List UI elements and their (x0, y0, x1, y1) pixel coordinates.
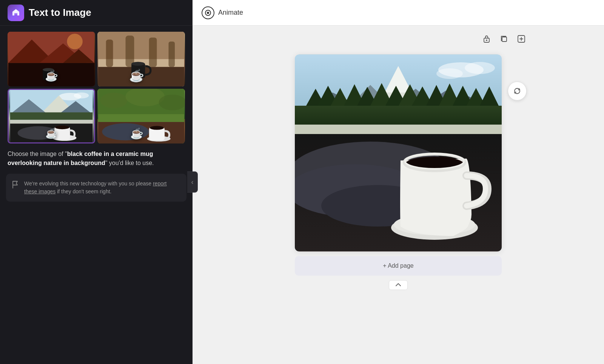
svg-rect-44 (486, 40, 487, 41)
collapse-bottom-button[interactable] (389, 280, 408, 290)
svg-rect-11 (106, 40, 113, 67)
svg-point-40 (150, 126, 164, 130)
svg-point-20 (74, 93, 89, 99)
svg-point-33 (100, 93, 128, 108)
lock-button[interactable] (479, 32, 494, 46)
svg-point-0 (15, 10, 17, 12)
image-grid (0, 26, 193, 150)
add-page-button[interactable]: + Add page (295, 256, 502, 276)
svg-rect-15 (98, 67, 184, 86)
right-header: Animate (193, 0, 604, 26)
main-image-display (295, 54, 502, 251)
animate-icon (202, 6, 214, 19)
svg-point-42 (207, 12, 209, 14)
app-header: Text to Image (0, 0, 193, 26)
svg-rect-24 (10, 113, 92, 120)
animate-button[interactable]: Animate (202, 6, 243, 19)
svg-point-37 (102, 123, 149, 140)
grid-image-3[interactable] (8, 89, 95, 143)
regenerate-button[interactable] (508, 82, 527, 100)
page-title: Text to Image (29, 7, 91, 19)
svg-point-8 (43, 68, 54, 71)
image-toolbar (479, 32, 528, 46)
bottom-chevron-area (389, 280, 408, 290)
app-logo (8, 5, 24, 21)
svg-point-50 (436, 68, 463, 79)
svg-rect-6 (8, 63, 94, 86)
notice-content: We're evolving this new technology with … (24, 180, 180, 196)
canvas-area: + Add page (193, 26, 604, 364)
svg-rect-14 (169, 42, 175, 67)
svg-point-30 (55, 125, 69, 129)
grid-image-2[interactable] (97, 32, 185, 86)
right-panel: Animate (193, 0, 604, 364)
svg-point-49 (465, 62, 495, 74)
generated-image (295, 54, 502, 251)
app-logo-icon (11, 8, 21, 18)
add-to-canvas-button[interactable] (514, 32, 528, 46)
main-image-svg (295, 54, 502, 251)
left-panel: Text to Image (0, 0, 193, 364)
flag-icon (12, 180, 19, 190)
grid-image-4[interactable] (97, 89, 185, 143)
duplicate-button[interactable] (497, 32, 511, 46)
description-text: Choose the image of "black coffee in a c… (0, 150, 193, 174)
svg-point-17 (131, 62, 145, 66)
svg-point-35 (159, 95, 185, 110)
svg-point-27 (18, 126, 59, 140)
svg-rect-7 (43, 69, 54, 80)
grid-image-1[interactable] (8, 32, 95, 86)
svg-rect-45 (502, 37, 507, 42)
svg-rect-12 (126, 35, 134, 67)
notice-box: We're evolving this new technology with … (6, 174, 186, 202)
collapse-panel-button[interactable] (187, 171, 198, 193)
svg-rect-13 (149, 38, 157, 67)
svg-point-5 (67, 34, 82, 49)
svg-rect-58 (295, 106, 502, 126)
